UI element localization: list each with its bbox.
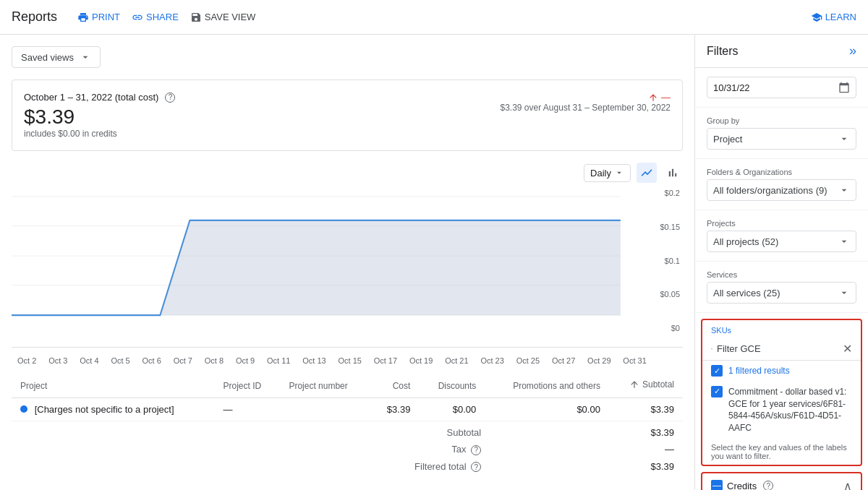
chart-controls: Daily (12, 163, 683, 183)
saved-views-dropdown[interactable]: Saved views (12, 46, 101, 68)
bar-chart-button[interactable] (663, 163, 683, 183)
filters-title: Filters (707, 45, 739, 58)
top-bar-actions: PRINT SHARE SAVE VIEW (77, 12, 255, 23)
folders-select[interactable]: All folders/organizations (9) (707, 179, 856, 201)
credits-collapse-button[interactable]: ∧ (843, 479, 852, 490)
row-discounts: $0.00 (419, 398, 485, 421)
print-icon (77, 12, 89, 23)
row-project-id: — (214, 398, 280, 421)
row-promotions: $0.00 (485, 398, 609, 421)
sidebar-header: Filters » (695, 35, 868, 68)
share-button[interactable]: SHARE (132, 12, 179, 23)
projects-label: Projects (707, 219, 856, 228)
cost-change: — (648, 92, 671, 103)
credits-title: Credits (727, 481, 757, 490)
col-promotions: Promotions and others (485, 374, 609, 398)
chart-x-labels: Oct 2 Oct 3 Oct 4 Oct 5 Oct 6 Oct 7 Oct … (12, 353, 683, 374)
sku-checkbox: ✓ (711, 386, 723, 397)
content-area: Saved views October 1 – 31, 2022 (total … (0, 35, 694, 490)
top-bar: Reports PRINT SHARE SAVE VIEW LEARN (0, 0, 868, 35)
col-cost: Cost (370, 374, 419, 398)
projects-chevron-icon (838, 236, 850, 247)
col-project-number: Project number (280, 374, 370, 398)
labels-hint: Select the key and values of the labels … (702, 439, 861, 465)
row-project-number (280, 398, 370, 421)
sku-item[interactable]: ✓ Commitment - dollar based v1: GCE for … (702, 382, 861, 439)
services-label: Services (707, 270, 856, 279)
col-project-id: Project ID (214, 374, 280, 398)
sku-filter-input[interactable] (717, 343, 838, 354)
subtotal-value: $3.39 (490, 424, 683, 441)
credits-checkbox[interactable]: — (711, 480, 723, 490)
subtotal-row: Subtotal $3.39 (12, 424, 683, 441)
main-layout: Saved views October 1 – 31, 2022 (total … (0, 35, 868, 490)
credits-header: — Credits ? ∧ (702, 473, 861, 490)
cost-amount: $3.39 (24, 106, 175, 129)
table-row: [Charges not specific to a project] — $3… (12, 398, 683, 421)
data-table: Project Project ID Project number Cost D… (12, 374, 683, 421)
sku-section: SKUs ✕ ✓ 1 filtered results ✓ Commitment… (701, 319, 862, 466)
row-subtotal: $3.39 (609, 398, 683, 421)
row-cost: $3.39 (370, 398, 419, 421)
group-by-select[interactable]: Project (707, 128, 856, 150)
col-subtotal: Subtotal (609, 374, 683, 398)
sidebar-collapse-button[interactable]: » (849, 43, 856, 59)
sort-icon (629, 379, 639, 390)
learn-icon (811, 12, 822, 23)
bar-chart-icon (666, 166, 679, 179)
credits-title-row: — Credits ? (711, 480, 773, 490)
filtered-total-row: Filtered total ? $3.39 (12, 458, 683, 476)
save-view-button[interactable]: SAVE VIEW (190, 12, 256, 23)
group-by-section: Group by Project (695, 108, 868, 159)
services-section: Services All services (25) (695, 262, 868, 313)
arrow-up-icon (648, 93, 658, 103)
cost-summary-card: October 1 – 31, 2022 (total cost) ? $3.3… (12, 79, 683, 151)
chevron-down-icon (80, 51, 91, 63)
daily-select[interactable]: Daily (584, 164, 631, 182)
projects-select[interactable]: All projects (52) (707, 231, 856, 252)
group-by-chevron-icon (838, 133, 850, 145)
sku-filter-clear-button[interactable]: ✕ (843, 342, 852, 356)
col-project: Project (12, 374, 214, 398)
period-help-icon[interactable]: ? (165, 93, 175, 103)
calendar-icon (838, 82, 850, 93)
row-project: [Charges not specific to a project] (12, 398, 214, 421)
tax-label: Tax ? (93, 441, 490, 458)
cost-change-desc: $3.39 over August 31 – September 30, 202… (500, 103, 671, 113)
sku-item-label: Commitment - dollar based v1: GCE for 1 … (728, 386, 852, 434)
credits-help-icon[interactable]: ? (763, 481, 773, 490)
date-filter-section: 10/31/22 (695, 68, 868, 108)
tax-help-icon[interactable]: ? (471, 445, 481, 455)
filtered-results-item[interactable]: ✓ 1 filtered results (702, 361, 861, 382)
save-icon (190, 12, 202, 23)
filtered-total-value: $3.39 (490, 458, 683, 476)
folders-section: Folders & Organizations All folders/orga… (695, 159, 868, 210)
projects-section: Projects All projects (52) (695, 210, 868, 262)
chart-container: $0.2 $0.15 $0.1 $0.05 $0 (12, 189, 683, 348)
line-chart-icon (640, 166, 653, 179)
tax-value: — (490, 441, 683, 458)
filter-icon (711, 344, 712, 354)
filtered-total-label: Filtered total ? (93, 458, 490, 476)
credits-section: — Credits ? ∧ — Discounts ? ∧ (701, 472, 862, 490)
filtered-results-label: 1 filtered results (728, 365, 790, 377)
page-title: Reports (12, 9, 57, 25)
chart-svg (12, 189, 683, 347)
filters-sidebar: Filters » 10/31/22 Group by Project Fold… (694, 35, 868, 490)
share-icon (132, 12, 143, 23)
services-select[interactable]: All services (25) (707, 282, 856, 304)
folders-label: Folders & Organizations (707, 168, 856, 176)
line-chart-button[interactable] (637, 163, 657, 183)
subtotal-label: Subtotal (93, 424, 490, 441)
filtered-total-help-icon[interactable]: ? (471, 462, 481, 472)
services-chevron-icon (838, 287, 850, 298)
date-input[interactable]: 10/31/22 (707, 77, 856, 98)
project-dot (20, 405, 27, 413)
cost-credits: includes $0.00 in credits (24, 129, 175, 139)
cost-period: October 1 – 31, 2022 (total cost) ? (24, 92, 175, 103)
col-discounts: Discounts (419, 374, 485, 398)
tax-row: Tax ? — (12, 441, 683, 458)
totals-table: Subtotal $3.39 Tax ? — Filtered total ? … (12, 424, 683, 475)
learn-button[interactable]: LEARN (811, 12, 856, 23)
print-button[interactable]: PRINT (77, 12, 120, 23)
